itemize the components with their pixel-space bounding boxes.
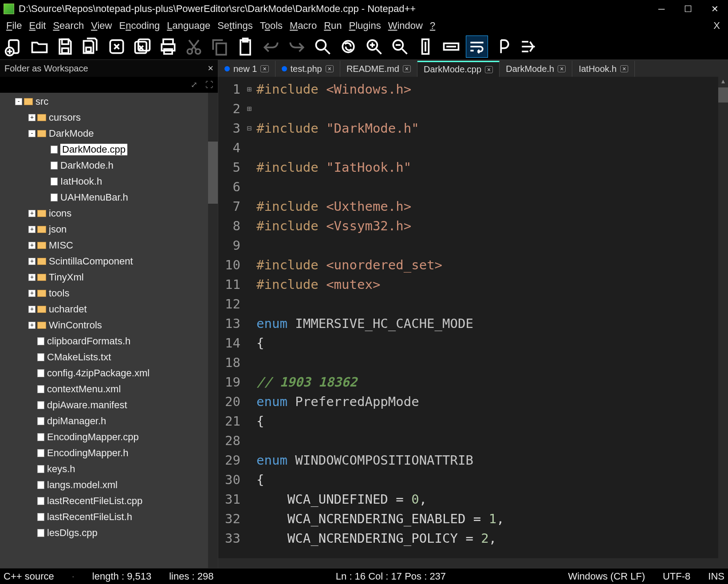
menu-run[interactable]: Run (321, 19, 344, 32)
expander-icon[interactable]: + (28, 306, 35, 313)
maximize-button[interactable]: ☐ (675, 0, 701, 18)
expander-icon[interactable]: + (28, 226, 35, 233)
tab-close-icon[interactable]: × (260, 65, 268, 72)
tab-test-php[interactable]: test.php× (275, 61, 340, 77)
tree-folder[interactable]: +MISC (0, 237, 208, 253)
tab-README-md[interactable]: README.md× (340, 61, 417, 77)
menu-file[interactable]: File (4, 19, 24, 32)
tree-scrollbar[interactable] (208, 93, 218, 568)
tree-folder[interactable]: -src (0, 94, 208, 110)
editor-hscrollbar[interactable] (218, 558, 728, 568)
menu-settings[interactable]: Settings (215, 19, 256, 32)
print-icon[interactable] (157, 36, 179, 58)
cut-icon[interactable] (183, 36, 205, 58)
tree-file[interactable]: DarkMode.cpp (0, 142, 208, 158)
save-icon[interactable] (54, 36, 76, 58)
expander-icon[interactable]: + (28, 258, 35, 265)
close-all-icon[interactable] (131, 36, 153, 58)
tree-folder[interactable]: +TinyXml (0, 269, 208, 285)
workspace-collapse-icon[interactable]: ⤢ (191, 80, 197, 90)
menu-macro[interactable]: Macro (287, 19, 319, 32)
expander-icon[interactable]: - (15, 98, 22, 105)
expander-icon[interactable]: + (28, 322, 35, 329)
menu-search[interactable]: Search (50, 19, 87, 32)
menu-x[interactable]: X (711, 19, 724, 32)
editor-vscrollbar[interactable]: ▴ (718, 77, 728, 558)
undo-icon[interactable] (260, 36, 282, 58)
tree-label: dpiManager.h (47, 415, 106, 427)
zoom-in-icon[interactable] (363, 36, 385, 58)
menu-view[interactable]: View (88, 19, 114, 32)
tab-DarkMode-h[interactable]: DarkMode.h× (500, 61, 572, 77)
tree-folder[interactable]: +uchardet (0, 301, 208, 317)
tree-file[interactable]: CMakeLists.txt (0, 349, 208, 365)
indent-guide-icon[interactable] (517, 36, 539, 58)
expander-icon[interactable]: - (28, 130, 35, 137)
tree-file[interactable]: dpiAware.manifest (0, 397, 208, 413)
menu-tools[interactable]: Tools (257, 19, 285, 32)
sync-vscroll-icon[interactable] (414, 36, 437, 58)
tab-close-icon[interactable]: × (485, 66, 493, 73)
find-icon[interactable] (311, 36, 334, 58)
tree-file[interactable]: UAHMenuBar.h (0, 189, 208, 205)
menu-plugins[interactable]: Plugins (346, 19, 384, 32)
file-tree[interactable]: -src+cursors-DarkModeDarkMode.cppDarkMod… (0, 93, 218, 568)
tree-folder[interactable]: +WinControls (0, 317, 208, 333)
fold-gutter[interactable]: ⊞ ⊞ ⊟ (245, 77, 254, 558)
minimize-button[interactable]: ─ (648, 0, 675, 18)
zoom-out-icon[interactable] (389, 36, 411, 58)
close-button[interactable]: ✕ (701, 0, 728, 18)
redo-icon[interactable] (286, 36, 308, 58)
menu-edit[interactable]: Edit (26, 19, 48, 32)
tree-file[interactable]: EncodingMapper.h (0, 445, 208, 461)
tree-folder[interactable]: +cursors (0, 110, 208, 126)
tab-new-1[interactable]: new 1× (218, 61, 275, 77)
tree-folder[interactable]: +json (0, 221, 208, 237)
tree-file[interactable]: DarkMode.h (0, 158, 208, 174)
paste-icon[interactable] (234, 36, 256, 58)
save-all-icon[interactable] (80, 36, 102, 58)
menu-window[interactable]: Window (386, 19, 425, 32)
wordwrap-icon[interactable] (466, 36, 488, 58)
code-text[interactable]: #include <Windows.h> #include "DarkMode.… (254, 77, 718, 558)
expander-icon[interactable]: + (28, 242, 35, 249)
replace-icon[interactable] (337, 36, 359, 58)
menu-encoding[interactable]: Encoding (116, 19, 162, 32)
tree-folder[interactable]: +ScintillaComponent (0, 253, 208, 269)
tab-close-icon[interactable]: × (326, 65, 334, 72)
expander-icon[interactable]: + (28, 290, 35, 297)
expander-icon[interactable]: + (28, 274, 35, 281)
tree-file[interactable]: dpiManager.h (0, 413, 208, 429)
tree-file[interactable]: lastRecentFileList.h (0, 509, 208, 525)
workspace-close-icon[interactable]: × (208, 63, 213, 74)
tree-folder[interactable]: -DarkMode (0, 126, 208, 142)
tab-close-icon[interactable]: × (558, 65, 566, 72)
tab-close-icon[interactable]: × (403, 65, 411, 72)
copy-icon[interactable] (209, 36, 231, 58)
workspace-expand-icon[interactable]: ⛶ (205, 80, 213, 90)
close-file-icon[interactable] (106, 36, 128, 58)
tree-file[interactable]: contextMenu.xml (0, 381, 208, 397)
menu-help[interactable]: ? (427, 19, 438, 32)
expander-icon[interactable]: + (28, 210, 35, 217)
tree-file[interactable]: EncodingMapper.cpp (0, 429, 208, 445)
expander-icon[interactable]: + (28, 114, 35, 121)
tree-file[interactable]: IatHook.h (0, 174, 208, 189)
tree-file[interactable]: langs.model.xml (0, 477, 208, 493)
tree-file[interactable]: lesDlgs.cpp (0, 525, 208, 541)
tab-close-icon[interactable]: × (620, 65, 628, 72)
sync-hscroll-icon[interactable] (440, 36, 462, 58)
new-file-icon[interactable] (3, 36, 25, 58)
tree-file[interactable]: config.4zipPackage.xml (0, 365, 208, 381)
show-symbols-icon[interactable] (492, 36, 514, 58)
code-area[interactable]: 1 2 3 4 5 6 7 8 9 10 11 12 13 14 18 19 2… (218, 77, 728, 558)
tree-folder[interactable]: +icons (0, 205, 208, 221)
menu-language[interactable]: Language (164, 19, 213, 32)
tree-folder[interactable]: +tools (0, 285, 208, 301)
tree-file[interactable]: clipboardFormats.h (0, 333, 208, 349)
tab-DarkMode-cpp[interactable]: DarkMode.cpp× (417, 61, 500, 77)
tree-file[interactable]: keys.h (0, 461, 208, 477)
tree-file[interactable]: lastRecentFileList.cpp (0, 493, 208, 509)
open-file-icon[interactable] (28, 36, 51, 58)
tab-IatHook-h[interactable]: IatHook.h× (572, 61, 635, 77)
